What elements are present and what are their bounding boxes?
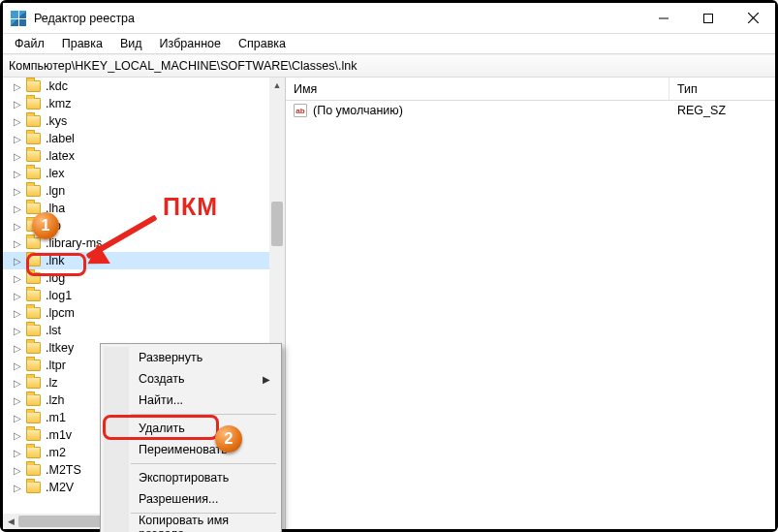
folder-icon: [26, 133, 41, 144]
expander-icon[interactable]: ▷: [13, 343, 22, 353]
value-type-cell: REG_SZ: [669, 104, 775, 117]
expander-icon[interactable]: ▷: [13, 465, 22, 475]
folder-icon: [26, 237, 41, 249]
tree-item-label: .kys: [46, 114, 67, 128]
tree-item[interactable]: ▷.library-ms: [3, 235, 269, 252]
folder-icon: [26, 150, 41, 162]
col-header-type[interactable]: Тип: [669, 78, 775, 100]
menu-help[interactable]: Справка: [231, 35, 294, 52]
tree-item[interactable]: ▷.log1: [3, 287, 269, 304]
window-title: Редактор реестра: [34, 12, 135, 25]
expander-icon[interactable]: ▷: [13, 256, 22, 266]
ctx-delete[interactable]: Удалить: [104, 418, 278, 439]
tree-item-label: .ltkey: [46, 341, 74, 355]
folder-icon: [26, 255, 41, 266]
expander-icon[interactable]: ▷: [13, 99, 22, 109]
minimize-icon: [659, 14, 669, 23]
menu-favorites[interactable]: Избранное: [152, 35, 229, 52]
ctx-permissions[interactable]: Разрешения...: [104, 488, 278, 510]
tree-item-label: .lib: [46, 219, 61, 233]
scroll-thumb[interactable]: [271, 202, 283, 246]
ctx-copykey[interactable]: Копировать имя раздела: [104, 516, 278, 532]
expander-icon[interactable]: ▷: [13, 238, 22, 248]
expander-icon[interactable]: ▷: [13, 308, 22, 318]
expander-icon[interactable]: ▷: [13, 81, 22, 91]
tree-item[interactable]: ▷.lib: [3, 217, 269, 235]
menubar: Файл Правка Вид Избранное Справка: [3, 34, 775, 54]
tree-item[interactable]: ▷.log: [3, 269, 269, 287]
expander-icon[interactable]: ▷: [13, 221, 22, 231]
expander-icon[interactable]: ▷: [13, 273, 22, 283]
expander-icon[interactable]: ▷: [13, 134, 22, 143]
address-bar[interactable]: Компьютер\HKEY_LOCAL_MACHINE\SOFTWARE\Cl…: [3, 54, 775, 78]
value-name: (По умолчанию): [313, 104, 403, 117]
tree-item-label: .kmz: [46, 97, 71, 110]
maximize-button[interactable]: [686, 3, 731, 33]
scroll-up-icon[interactable]: ▲: [269, 78, 285, 93]
minimize-button[interactable]: [641, 3, 686, 33]
expander-icon[interactable]: ▷: [13, 116, 22, 126]
expander-icon[interactable]: ▷: [13, 203, 22, 213]
tree-item[interactable]: ▷.kdc: [3, 78, 269, 95]
ctx-export[interactable]: Экспортировать: [104, 467, 278, 488]
tree-item[interactable]: ▷.lpcm: [3, 304, 269, 322]
expander-icon[interactable]: ▷: [13, 291, 22, 300]
expander-icon[interactable]: ▷: [13, 151, 22, 161]
expander-icon[interactable]: ▷: [13, 360, 22, 370]
folder-icon: [26, 377, 41, 389]
folder-icon: [26, 185, 41, 197]
tree-item[interactable]: ▷.lnk: [3, 252, 269, 269]
ctx-separator: [131, 463, 276, 464]
folder-icon: [26, 429, 41, 441]
tree-item[interactable]: ▷.latex: [3, 147, 269, 165]
folder-icon: [26, 464, 41, 476]
window-controls: [641, 3, 775, 33]
folder-icon: [26, 98, 41, 110]
folder-icon: [26, 203, 41, 214]
folder-icon: [26, 272, 41, 284]
tree-item[interactable]: ▷.kys: [3, 112, 269, 130]
tree-item-label: .latex: [46, 149, 75, 163]
tree-item-label: .kdc: [46, 79, 68, 93]
expander-icon[interactable]: ▷: [13, 413, 22, 422]
folder-icon: [26, 220, 41, 232]
ctx-new-label: Создать: [139, 372, 185, 386]
ctx-expand[interactable]: Развернуть: [104, 347, 278, 368]
expander-icon[interactable]: ▷: [13, 378, 22, 388]
tree-item[interactable]: ▷.lha: [3, 200, 269, 217]
expander-icon[interactable]: ▷: [13, 430, 22, 440]
ctx-find[interactable]: Найти...: [104, 390, 278, 411]
scroll-left-icon[interactable]: ◀: [3, 514, 18, 529]
expander-icon[interactable]: ▷: [13, 483, 22, 492]
tree-item[interactable]: ▷.lgn: [3, 182, 269, 200]
expander-icon[interactable]: ▷: [13, 169, 22, 178]
string-value-icon: ab: [294, 104, 307, 117]
expander-icon[interactable]: ▷: [13, 186, 22, 196]
submenu-arrow-icon: ▶: [263, 374, 270, 385]
tree-item[interactable]: ▷.lex: [3, 165, 269, 182]
tree-item[interactable]: ▷.kmz: [3, 95, 269, 112]
expander-icon[interactable]: ▷: [13, 448, 22, 457]
titlebar: Редактор реестра: [3, 3, 775, 34]
close-button[interactable]: [731, 3, 775, 33]
expander-icon[interactable]: ▷: [13, 326, 22, 335]
values-pane: Имя Тип ab(По умолчанию)REG_SZ: [286, 78, 775, 529]
tree-item[interactable]: ▷.lst: [3, 322, 269, 339]
menu-edit[interactable]: Правка: [54, 35, 110, 52]
ctx-separator: [131, 414, 276, 415]
tree-item-label: .m1v: [46, 428, 72, 442]
col-header-name[interactable]: Имя: [286, 78, 669, 100]
folder-icon: [26, 360, 41, 371]
value-name-cell: ab(По умолчанию): [286, 104, 669, 117]
menu-file[interactable]: Файл: [7, 35, 52, 52]
tree-item[interactable]: ▷.label: [3, 130, 269, 147]
tree-item-label: .M2TS: [46, 463, 81, 477]
ctx-new[interactable]: Создать ▶: [104, 368, 278, 390]
expander-icon[interactable]: ▷: [13, 395, 22, 405]
menu-view[interactable]: Вид: [112, 35, 150, 52]
values-header: Имя Тип: [286, 78, 775, 101]
ctx-rename[interactable]: Переименовать: [104, 439, 278, 460]
svg-rect-1: [704, 14, 713, 22]
tree-item-label: .lpcm: [46, 306, 75, 320]
value-row[interactable]: ab(По умолчанию)REG_SZ: [286, 101, 775, 120]
